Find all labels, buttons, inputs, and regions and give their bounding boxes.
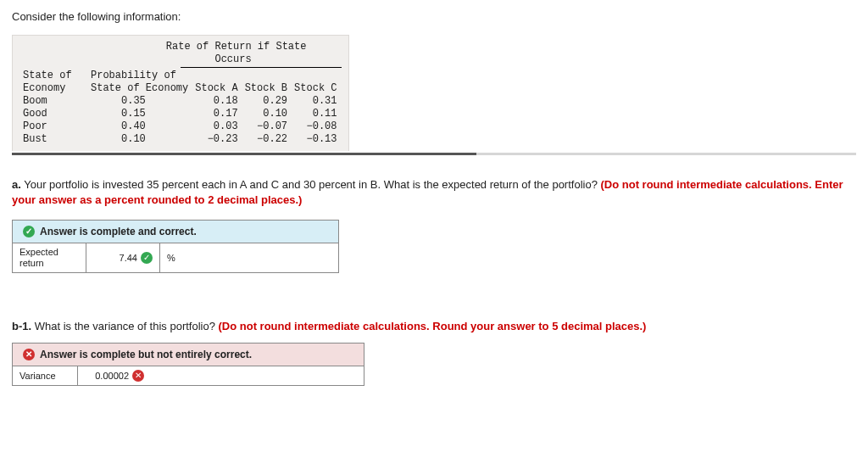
table-header-row: State of Probability of: [19, 70, 341, 82]
answer-label: Variance: [13, 366, 78, 385]
answer-block-a: ✓ Answer is complete and correct. Expect…: [12, 220, 339, 272]
check-icon: ✓: [141, 252, 153, 264]
answer-unit: %: [160, 243, 194, 271]
answer-value: 0.00002 ✕: [78, 366, 151, 385]
table-row: Poor 0.40 0.03 −0.07 −0.08: [19, 120, 341, 133]
check-icon: ✓: [23, 226, 35, 237]
data-table: Rate of Return if State Occurs State of …: [12, 35, 856, 155]
answer-label: Expected return: [13, 243, 86, 271]
table-row: Bust 0.10 −0.23 −0.22 −0.13: [19, 133, 341, 146]
question-a: a. Your portfolio is invested 35 percent…: [12, 177, 856, 208]
feedback-text: Answer is complete and correct.: [40, 226, 197, 237]
intro-text: Consider the following information:: [12, 10, 856, 23]
answer-value: 7.44 ✓: [86, 243, 160, 271]
answer-block-b1: ✕ Answer is complete but not entirely co…: [12, 343, 364, 386]
table-row: Boom 0.35 0.18 0.29 0.31: [19, 95, 341, 108]
table-row: Good 0.15 0.17 0.10 0.11: [19, 108, 341, 120]
table-header-row: Economy State of EconomyStock AStock BSt…: [19, 82, 341, 95]
cross-icon: ✕: [23, 349, 35, 360]
cross-icon: ✕: [132, 370, 144, 382]
question-b1: b-1. What is the variance of this portfo…: [12, 319, 856, 334]
feedback-text: Answer is complete but not entirely corr…: [40, 349, 252, 360]
